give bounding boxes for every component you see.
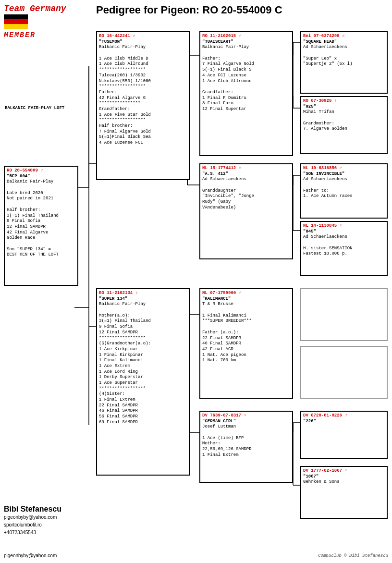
main-sex: ♂ — [40, 168, 43, 173]
main-son: Son "SUPER 134" = BEST HEN OF THE LOFT — [7, 247, 59, 257]
ffm-content: Grandmother: 7. Algarve Golden — [303, 121, 347, 132]
footer-name: Bibi Stefanescu — [4, 505, 61, 514]
main-name: "BFP 004" — [7, 174, 30, 179]
svg-rect-0 — [4, 14, 28, 19]
footer: Bibi Stefanescu pigeonbyby@yahoo.com spo… — [4, 505, 61, 537]
ff-box: RO 11-2102015 ♂ "TUAISCEART" Balkanic Fa… — [199, 31, 293, 156]
mf-loft: T & R Brusse — [202, 302, 233, 306]
father-loft: Balkanic Fair-Play — [99, 45, 146, 49]
mm-sex: ♀ — [244, 413, 246, 418]
ff-content: Father: 7 Final Algarve Gold 5(=1) Final… — [202, 56, 254, 111]
fm-name: "A.S. 412" — [202, 171, 228, 176]
footer-site: sportcolumbofil.ro — [4, 521, 61, 529]
footer-phone: +40723345543 — [4, 529, 61, 537]
mother-id: RO 11-2102134 — [99, 291, 133, 295]
ff-sex: ♂ — [239, 34, 241, 38]
mm-box: DV 7639-07-0317 ♀ "GERMAN GIRL" Josef Lu… — [199, 411, 293, 483]
flag-icon — [4, 14, 28, 29]
ff-loft: Balkanic Fair-Play — [202, 45, 249, 49]
fmf-sex: ♂ — [340, 166, 342, 171]
mmf-name: "226" — [303, 419, 316, 424]
fmm-content: H. sister SENSATION Fastest 18.000 p. — [303, 246, 353, 257]
fm-loft: Ad Schaerlaeckens — [202, 177, 246, 182]
father-name: "TUSEMON" — [99, 39, 122, 44]
ffm-loft: Mihai Trifan — [303, 110, 334, 114]
mmf-sex: ♂ — [344, 413, 347, 418]
ffm-id: RO 07-30925 — [303, 98, 331, 103]
footer-email2: pigeonbyby@yahoo.com — [4, 553, 57, 558]
page-title: Pedigree for Pigeon: RO 20-554009 C — [96, 4, 282, 16]
ffm-sex: ♀ — [334, 98, 337, 103]
fm-box: NL 15-1774412 ♀ "A.S. 412" Ad Schaerlaec… — [199, 163, 293, 259]
main-id: RO 20-554009 — [7, 168, 38, 173]
fm-content: Granddaughter "Invincible", "Jonge Rudy"… — [202, 188, 254, 210]
fmm-name: "845" — [303, 229, 316, 234]
fmf-id: NL 10-6316856 — [303, 166, 337, 171]
father-id: RO 16-442241 — [99, 34, 130, 38]
mfm-box — [300, 346, 388, 399]
footer-contacts: pigeonbyby@yahoo.com sportcolumbofil.ro … — [4, 514, 61, 537]
mm-id: DV 7639-07-0317 — [202, 413, 241, 418]
fm-sex: ♀ — [239, 166, 241, 171]
main-pigeon-box: RO 20-554009 ♂ "BFP 004" Balkanic Fair-P… — [4, 166, 78, 286]
mother-loft: Balkanic Fair-Play — [99, 302, 146, 306]
fff-sex: ♂ — [342, 34, 344, 38]
footer-email1: pigeonbyby@yahoo.com — [4, 514, 61, 521]
fff-id: Bel 07-6374298 — [303, 34, 340, 38]
logo-member: MEMBER — [4, 31, 90, 39]
mm-loft: Josef Luttman — [202, 424, 236, 429]
ff-id: RO 11-2102015 — [202, 34, 236, 38]
mmm-sex: ♀ — [344, 468, 347, 473]
svg-rect-2 — [4, 24, 28, 29]
mm-content: 1 Ace (time) BFP Mother: 22,56,69,126 SA… — [202, 436, 252, 457]
mff-box — [300, 288, 388, 341]
copyright: Compuclub © Bibi Stefanescu — [318, 553, 388, 558]
fff-loft: Ad Schaerlaeckens — [303, 45, 347, 49]
fmm-sex: ♀ — [340, 223, 342, 228]
fmm-box: NL 14-1130845 ♀ "845" Ad Schaerlaeckens … — [300, 221, 388, 276]
mf-sex: ♂ — [239, 291, 241, 295]
fmf-name: "SON INVINCIBLE" — [303, 171, 344, 176]
mother-name: "SUPER 134" — [99, 296, 127, 301]
fff-name: "SQUARE HEAD" — [303, 39, 337, 44]
logo: Team Germany MEMBER — [4, 4, 90, 39]
ffm-box: RO 07-30925 ♀ "925" Mihai Trifan Grandmo… — [300, 96, 388, 154]
main-loft: Balkanic Fair-Play — [7, 179, 53, 184]
fmf-loft: Ad Schaerlaeckens — [303, 177, 347, 182]
logo-team-germany: Team Germany — [4, 4, 90, 13]
mmf-id: DV 0720-01-0226 — [303, 413, 342, 418]
loft-label: BALKANIC FAIR-PLAY LOFT — [5, 106, 64, 110]
fm-id: NL 15-1774412 — [202, 166, 236, 171]
mother-content: Mother(a.o): 3(=1) Final Thailand 9 Fina… — [99, 313, 151, 425]
ff-name: "TUAISCEART" — [202, 39, 233, 44]
ffm-name: "925" — [303, 104, 316, 109]
mf-box: NL 07-1759960 ♂ "KALIMANCI" T & R Brusse… — [199, 288, 293, 399]
mmm-id: DV 1777-02-1067 — [303, 468, 342, 473]
mf-id: NL 07-1759960 — [202, 291, 236, 295]
father-sex: ♂ — [133, 34, 135, 38]
fmm-id: NL 14-1130845 — [303, 223, 337, 228]
mf-content: 1 Final Kalimanci ***SUPER BREEDER*** Fa… — [202, 313, 252, 363]
mmm-box: DV 1777-02-1067 ♀ "1067" Gehrken & Sons — [300, 466, 388, 519]
fff-box: Bel 07-6374298 ♂ "SQUARE HEAD" Ad Schaer… — [300, 31, 388, 94]
fmf-content: Father to: 1. Ace Autumn races — [303, 188, 353, 199]
mother-sex: ♀ — [135, 291, 138, 295]
fmm-loft: Ad Schaerlaeckens — [303, 234, 347, 239]
mm-name: "GERMAN GIRL" — [202, 419, 236, 424]
mmf-box: DV 0720-01-0226 ♂ "226" — [300, 411, 388, 459]
mother-box: RO 11-2102134 ♀ "SUPER 134" Balkanic Fai… — [96, 288, 190, 476]
mmm-name: "1067" — [303, 474, 318, 479]
fmf-box: NL 10-6316856 ♂ "SON INVINCIBLE" Ad Scha… — [300, 163, 388, 219]
mmm-loft: Gehrken & Sons — [303, 479, 340, 484]
main-notes: Late bred 2020 Not paired in 2021 — [7, 191, 53, 201]
father-box: RO 16-442241 ♂ "TUSEMON" Balkanic Fair-P… — [96, 31, 190, 180]
main-half-brother: Half brother: 3(=1) Final Thailand 9 Fin… — [7, 208, 59, 240]
fff-content: "Super Leo" x "Supertje 2" (5x l) — [303, 56, 353, 67]
mf-name: "KALIMANCI" — [202, 296, 231, 301]
svg-rect-1 — [4, 19, 28, 24]
father-content: 1 Ace Club Middle D 1 Ace Club Allround … — [99, 56, 151, 145]
